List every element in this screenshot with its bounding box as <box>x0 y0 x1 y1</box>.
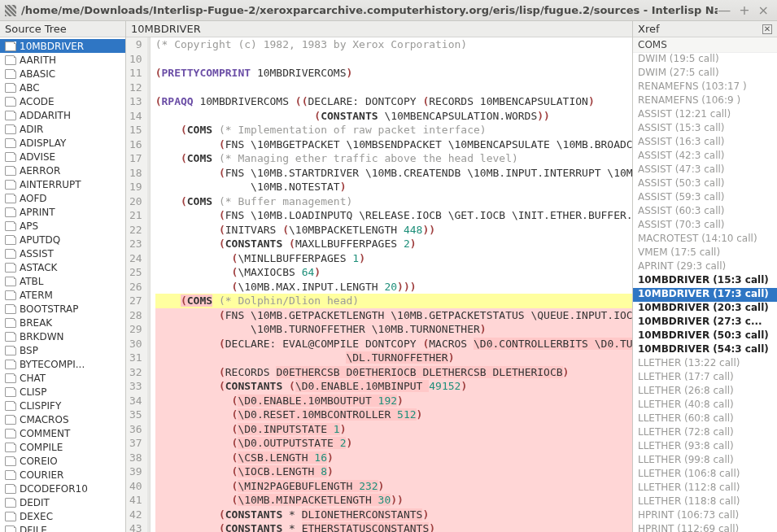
code-line[interactable]: (CONSTANTS * DLIONETHERCONSTANTS) <box>155 508 632 522</box>
code-line[interactable]: (CONSTANTS * ETHERSTATUSCONSTANTS) <box>155 521 632 532</box>
xref-item[interactable]: LLETHER (13:22 call) <box>633 357 777 371</box>
code-line[interactable]: (\CSB.LENGTH 16) <box>155 451 632 465</box>
xref-item[interactable]: DWIM (27:5 call) <box>633 67 777 81</box>
code-line[interactable] <box>155 52 632 67</box>
code-line[interactable]: (CONSTANTS \10MBENCAPSULATION.WORDS)) <box>155 109 632 124</box>
source-tree-item[interactable]: CHAT <box>0 371 125 385</box>
code-line[interactable]: (RECORDS D0ETHERCSB D0ETHERIOCB DLETHERC… <box>155 365 632 380</box>
xref-item[interactable]: APRINT (29:3 call) <box>633 260 777 274</box>
source-tree-item[interactable]: COREIO <box>0 454 125 468</box>
xref-item[interactable]: LLETHER (112:8 call) <box>633 482 777 495</box>
source-tree-item[interactable]: AERROR <box>0 164 125 177</box>
xref-item[interactable]: LLETHER (93:8 call) <box>633 440 777 454</box>
source-tree-item[interactable]: AARITH <box>0 53 125 67</box>
code-line[interactable]: (\10MB.MINPACKETLENGTH 30)) <box>155 493 632 508</box>
code-line[interactable]: (CONSTANTS (MAXLLBUFFERPAGES 2) <box>155 237 632 251</box>
source-tree-item[interactable]: BOOTSTRAP <box>0 302 125 316</box>
xref-item[interactable]: MACROTEST (14:10 call) <box>633 233 777 246</box>
source-tree-item[interactable]: ATERM <box>0 288 125 302</box>
close-button[interactable]: × <box>758 2 769 18</box>
source-tree-item[interactable]: DEDIT <box>0 495 125 509</box>
minimize-button[interactable]: — <box>718 2 731 18</box>
code-line[interactable]: (FNS \10MBGETPACKET \10MBSENDPACKET \10M… <box>155 137 632 152</box>
source-tree-item[interactable]: CLISP <box>0 385 125 399</box>
code-line[interactable]: \DL.TURNOFFETHER) <box>155 351 632 365</box>
source-tree-item[interactable]: AINTERRUPT <box>0 177 125 191</box>
xref-item[interactable]: LLETHER (118:8 call) <box>633 495 777 509</box>
code-line[interactable]: (CONSTANTS (\D0.ENABLE.10MBINPUT 49152) <box>155 379 632 394</box>
xref-item[interactable]: 10MBDRIVER (50:3 call) <box>633 329 777 343</box>
source-tree-item[interactable]: COMPILE <box>0 440 125 454</box>
source-tree-item[interactable]: CLISPIFY <box>0 399 125 412</box>
code-line[interactable]: (* Copyright (c) 1982, 1983 by Xerox Cor… <box>155 37 632 52</box>
source-tree-item[interactable]: COURIER <box>0 468 125 482</box>
code-line[interactable]: \10MB.NOTESTAT) <box>155 180 632 194</box>
code-area[interactable]: (* Copyright (c) 1982, 1983 by Xerox Cor… <box>151 37 632 532</box>
xref-item[interactable]: ASSIST (15:3 call) <box>633 122 777 136</box>
xref-item[interactable]: RENAMEFNS (103:17 ) <box>633 81 777 94</box>
xref-item[interactable]: ASSIST (12:21 call) <box>633 108 777 122</box>
source-tree-item[interactable]: ATBL <box>0 274 125 288</box>
source-tree-item[interactable]: BRKDWN <box>0 329 125 343</box>
xref-item[interactable]: LLETHER (60:8 call) <box>633 412 777 426</box>
code-line[interactable]: (\D0.OUTPUTSTATE 2) <box>155 436 632 451</box>
source-tree-item[interactable]: BREAK <box>0 316 125 329</box>
source-tree-item[interactable]: CMACROS <box>0 412 125 426</box>
code-line[interactable]: (RPAQQ 10MBDRIVERCOMS ((DECLARE: DONTCOP… <box>155 94 632 109</box>
xref-item[interactable]: 10MBDRIVER (17:3 call) <box>633 288 777 302</box>
source-tree-item[interactable]: APRINT <box>0 205 125 219</box>
xref-close-icon[interactable]: ✕ <box>762 24 772 34</box>
code-line[interactable]: (\D0.RESET.10MBCONTROLLER 512) <box>155 408 632 422</box>
xref-item[interactable]: ASSIST (60:3 call) <box>633 205 777 219</box>
code-line[interactable]: (\D0.ENABLE.10MBOUTPUT 192) <box>155 394 632 408</box>
xref-item[interactable]: HPRINT (106:73 call) <box>633 509 777 523</box>
maximize-button[interactable]: + <box>739 2 749 18</box>
source-tree-item[interactable]: ADIR <box>0 122 125 136</box>
source-tree-item[interactable]: COMMENT <box>0 426 125 440</box>
xref-item[interactable]: LLETHER (40:8 call) <box>633 399 777 412</box>
source-tree-item[interactable]: ADDARITH <box>0 108 125 122</box>
code-line[interactable]: (FNS \10MB.GETPACKETLENGTH \10MB.GETPACK… <box>155 308 632 323</box>
source-tree-item[interactable]: ABC <box>0 81 125 94</box>
source-tree-item[interactable]: ACODE <box>0 94 125 108</box>
xref-item[interactable]: DWIM (19:5 call) <box>633 53 777 67</box>
code-line[interactable]: (COMS (* Dolphin/Dlion head) <box>155 294 632 308</box>
editor-scroll[interactable]: 9101112131415161718192021222324252627282… <box>126 37 632 532</box>
source-tree-item[interactable]: BSP <box>0 343 125 357</box>
code-line[interactable]: (FNS \10MB.STARTDRIVER \10MB.CREATENDB \… <box>155 166 632 181</box>
code-line[interactable]: (DECLARE: EVAL@COMPILE DONTCOPY (MACROS … <box>155 337 632 351</box>
source-tree-item[interactable]: DCODEFOR10 <box>0 482 125 495</box>
source-tree-item[interactable]: ASTACK <box>0 260 125 274</box>
xref-item[interactable]: LLETHER (99:8 call) <box>633 454 777 468</box>
xref-item[interactable]: VMEM (17:5 call) <box>633 246 777 260</box>
source-tree-item[interactable]: ABASIC <box>0 67 125 81</box>
xref-item[interactable]: LLETHER (26:8 call) <box>633 385 777 399</box>
source-tree-item[interactable]: ADISPLAY <box>0 136 125 150</box>
code-line[interactable]: (\10MB.MAX.INPUT.LENGTH 20))) <box>155 280 632 294</box>
source-tree-item[interactable]: APUTDQ <box>0 233 125 246</box>
xref-item[interactable]: 10MBDRIVER (20:3 call) <box>633 302 777 316</box>
source-tree-item[interactable]: AOFD <box>0 191 125 205</box>
code-line[interactable]: (FNS \10MB.LOADINPUTQ \RELEASE.IOCB \GET… <box>155 208 632 223</box>
code-line[interactable]: (INITVARS (\10MBPACKETLENGTH 448)) <box>155 223 632 238</box>
code-line[interactable]: (PRETTYCOMPRINT 10MBDRIVERCOMS) <box>155 66 632 81</box>
xref-item[interactable]: LLETHER (17:7 call) <box>633 371 777 385</box>
xref-item[interactable]: ASSIST (47:3 call) <box>633 164 777 177</box>
source-tree-item[interactable]: ADVISE <box>0 150 125 164</box>
xref-item[interactable]: LLETHER (72:8 call) <box>633 426 777 440</box>
source-tree-item[interactable]: DEXEC <box>0 509 125 523</box>
editor-tab[interactable]: 10MBDRIVER <box>126 21 632 37</box>
code-line[interactable]: \10MB.TURNOFFETHER \10MB.TURNONETHER) <box>155 322 632 337</box>
xref-item[interactable]: 10MBDRIVER (15:3 call) <box>633 274 777 288</box>
code-line[interactable]: (\MINLLBUFFERPAGES 1) <box>155 251 632 266</box>
xref-item[interactable]: LLETHER (106:8 call) <box>633 468 777 482</box>
code-line[interactable]: (\D0.INPUTSTATE 1) <box>155 422 632 437</box>
code-line[interactable]: (COMS (* Buffer management) <box>155 194 632 209</box>
xref-item[interactable]: 10MBDRIVER (54:3 call) <box>633 343 777 357</box>
xref-item[interactable]: ASSIST (59:3 call) <box>633 191 777 205</box>
xref-item[interactable]: HPRINT (112:69 call) <box>633 523 777 532</box>
xref-item[interactable]: RENAMEFNS (106:9 ) <box>633 94 777 108</box>
source-tree-item[interactable]: APS <box>0 219 125 233</box>
source-tree-item[interactable]: DFILE <box>0 523 125 532</box>
xref-item[interactable]: 10MBDRIVER (27:3 c... <box>633 316 777 329</box>
